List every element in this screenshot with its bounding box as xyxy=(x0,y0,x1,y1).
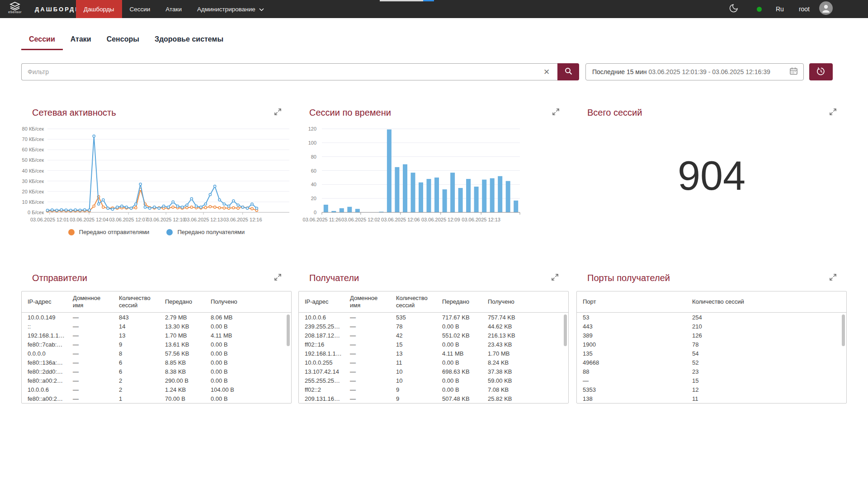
table-cell: 13 xyxy=(113,331,159,340)
svg-text:70 КБ/сек: 70 КБ/сек xyxy=(22,136,44,142)
expand-icon[interactable] xyxy=(551,273,559,281)
legend-item[interactable]: Передано отправителями xyxy=(68,229,150,235)
language-selector[interactable]: Ru xyxy=(776,5,784,13)
table-cell: 0.00 B xyxy=(205,340,292,349)
table-cell: — xyxy=(344,331,390,340)
svg-text:40 КБ/сек: 40 КБ/сек xyxy=(22,168,44,174)
receivers-card: Получатели IP-адресДоменное имяКоличеств… xyxy=(298,269,569,405)
table-cell: 10.0.0.255 xyxy=(299,358,344,367)
table-scrollbar[interactable] xyxy=(564,314,567,346)
table-cell: 0.00 B xyxy=(205,322,292,331)
table-row[interactable]: 13554 xyxy=(577,349,847,358)
app-logo[interactable]: eSensor xyxy=(5,0,25,14)
table-row[interactable]: 190078 xyxy=(577,340,847,349)
tab-1[interactable]: Атаки xyxy=(63,28,99,50)
table-row[interactable]: 209.131.162.45—9507.48 KB25.82 KB xyxy=(299,394,569,403)
table-row[interactable]: 10.0.0.6—535717.67 KB757.74 KB xyxy=(299,313,569,322)
table-row[interactable]: 13811 xyxy=(577,394,847,403)
svg-text:03.06.2025 12:13: 03.06.2025 12:13 xyxy=(184,217,223,222)
table-row[interactable]: 13.107.42.14—10698.63 KB37.38 KB xyxy=(299,367,569,376)
table-cell: 10.0.0.6 xyxy=(22,385,67,394)
nav-item-2[interactable]: Атаки xyxy=(158,0,189,18)
table-row[interactable]: fe80::a00:27ff:f…—170.00 B0.00 B xyxy=(22,394,292,403)
table-scrollbar[interactable] xyxy=(842,314,845,346)
svg-text:03.06.2025 12:04: 03.06.2025 12:04 xyxy=(70,217,108,222)
svg-text:10 КБ/сек: 10 КБ/сек xyxy=(22,199,44,205)
table-row[interactable]: fe80::a00:27ff:f…—2290.00 B0.00 B xyxy=(22,376,292,385)
expand-icon[interactable] xyxy=(552,108,560,116)
calendar-icon xyxy=(789,67,798,77)
logo-text: eSensor xyxy=(5,10,25,14)
table-row[interactable]: 0.0.0.0—857.56 KB0.00 B xyxy=(22,349,292,358)
expand-icon[interactable] xyxy=(274,108,282,116)
table-row[interactable]: fe80::2dd0:a66a…—68.38 KB0.00 B xyxy=(22,367,292,376)
table-row[interactable]: 10.0.0.149—8432.79 MB8.06 MB xyxy=(22,313,292,322)
table-row[interactable]: 208.187.122.74—42551.02 KB216.13 KB xyxy=(299,331,569,340)
table-row[interactable]: 8823 xyxy=(577,367,847,376)
table-row[interactable]: ff02::16—150.00 B23.43 KB xyxy=(299,340,569,349)
tab-2[interactable]: Сенсоры xyxy=(99,28,147,50)
column-header: Количество сессий xyxy=(390,291,436,313)
search-button[interactable] xyxy=(557,63,579,80)
table-row[interactable]: 239.255.255.250—780.00 B44.62 KB xyxy=(299,322,569,331)
svg-text:03.06.2025 12:01: 03.06.2025 12:01 xyxy=(30,217,69,222)
table-cell: 2 xyxy=(113,385,159,394)
table-cell: 4.11 MB xyxy=(436,349,482,358)
user-avatar[interactable] xyxy=(819,1,833,17)
table-cell: 757.74 KB xyxy=(482,313,569,322)
clear-filter-icon[interactable]: ✕ xyxy=(541,63,552,80)
table-cell: fe80::a00:27ff:f… xyxy=(22,394,67,403)
legend-item[interactable]: Передано получателями xyxy=(166,229,245,235)
table-cell: 1 xyxy=(113,394,159,403)
expand-icon[interactable] xyxy=(829,273,837,281)
nav-item-3[interactable]: Администрирование xyxy=(189,0,272,18)
top-loading-bar-progress xyxy=(423,0,434,1)
refresh-button[interactable] xyxy=(809,63,833,80)
table-row[interactable]: 535312 xyxy=(577,385,847,394)
chart-legend: Передано отправителямиПередано получател… xyxy=(21,229,292,235)
table-row[interactable]: fe80::7cab:b473…—913.61 KB0.00 B xyxy=(22,340,292,349)
tab-0[interactable]: Сессии xyxy=(21,28,63,50)
table-cell: 25.82 KB xyxy=(482,394,569,403)
network-activity-chart: 0 Б/сек10 КБ/сек20 КБ/сек30 КБ/сек40 КБ/… xyxy=(21,104,292,229)
table-cell: — xyxy=(67,394,113,403)
card-title: Отправители xyxy=(32,273,87,283)
tab-3[interactable]: Здоровье системы xyxy=(147,28,231,50)
table-row[interactable]: 443210 xyxy=(577,322,847,331)
expand-icon[interactable] xyxy=(829,108,837,116)
nav-item-1[interactable]: Сессии xyxy=(122,0,158,18)
table-row[interactable]: 10.0.0.255—110.00 B8.24 KB xyxy=(299,358,569,367)
expand-icon[interactable] xyxy=(274,273,282,281)
table-row[interactable]: ff02::2—90.00 B7.08 KB xyxy=(299,385,569,394)
table-row[interactable]: 192.168.1.102—134.11 MB1.70 MB xyxy=(299,349,569,358)
table-scrollbar[interactable] xyxy=(287,314,290,346)
table-cell: 0.0.0.0 xyxy=(22,349,67,358)
table-cell: — xyxy=(577,376,686,385)
table-cell: 9 xyxy=(390,385,436,394)
table-cell: 138 xyxy=(577,394,686,403)
table-row[interactable]: 255.255.255.255—100.00 B59.00 KB xyxy=(299,376,569,385)
card-title: Сессии по времени xyxy=(309,108,391,118)
filter-input[interactable] xyxy=(21,63,557,80)
table-cell: 1.70 MB xyxy=(159,331,205,340)
table-cell: 389 xyxy=(577,331,686,340)
legend-label: Передано отправителями xyxy=(79,229,150,235)
table-row[interactable]: fe80::136a:5c83…—68.85 KB0.00 B xyxy=(22,358,292,367)
dark-mode-toggle[interactable] xyxy=(729,3,739,15)
table-row[interactable]: 4966852 xyxy=(577,358,847,367)
table-cell: 13.61 KB xyxy=(159,340,205,349)
table-row[interactable]: —15 xyxy=(577,376,847,385)
date-range-picker[interactable]: Последние 15 мин 03.06.2025 12:01:39 - 0… xyxy=(585,63,804,80)
svg-text:30 КБ/сек: 30 КБ/сек xyxy=(22,178,44,184)
table-cell: — xyxy=(344,322,390,331)
table-row[interactable]: 192.168.1.100—131.70 MB4.11 MB xyxy=(22,331,292,340)
table-row[interactable]: 389126 xyxy=(577,331,847,340)
table-cell: — xyxy=(67,322,113,331)
table-row[interactable]: 10.0.0.6—21.24 KB104.00 B xyxy=(22,385,292,394)
table-row[interactable]: ::—1413.30 KB0.00 B xyxy=(22,322,292,331)
table-row[interactable]: 53254 xyxy=(577,313,847,322)
nav-item-0[interactable]: Дашборды xyxy=(76,0,122,18)
table-cell: 53 xyxy=(577,313,686,322)
card-title: Порты получателей xyxy=(587,273,670,283)
svg-text:80 КБ/сек: 80 КБ/сек xyxy=(22,126,44,131)
